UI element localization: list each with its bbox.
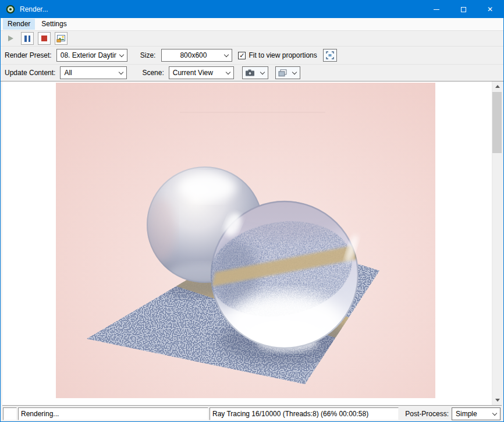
window-controls: ✕: [423, 1, 503, 18]
scroll-up-icon: [495, 85, 500, 88]
tab-render[interactable]: Render: [3, 19, 35, 30]
options-row-preset: Render Preset: 08. Exterior Daytin Size:…: [1, 47, 503, 64]
stop-button[interactable]: [38, 32, 51, 45]
app-icon: [6, 5, 15, 14]
status-cell-empty: [3, 407, 17, 420]
chevron-down-icon: [119, 53, 125, 58]
update-content-select[interactable]: All: [60, 66, 127, 79]
status-cell-progress: Ray Tracing 16/10000 (Threads:8) (66% 00…: [210, 407, 399, 420]
pause-icon: [24, 36, 30, 42]
close-icon: ✕: [487, 5, 493, 13]
scroll-down-button[interactable]: [492, 395, 502, 405]
save-render-button[interactable]: [55, 32, 68, 45]
post-process-select[interactable]: Simple: [452, 407, 501, 420]
camera-dropdown-button[interactable]: [242, 66, 268, 79]
render-preset-value: 08. Exterior Daytin: [61, 51, 116, 59]
size-select[interactable]: 800x600: [161, 49, 232, 62]
minimize-icon: [434, 9, 439, 10]
post-process-label: Post-Process:: [405, 410, 450, 418]
fit-view-button[interactable]: [323, 49, 337, 62]
fit-to-view-checkbox[interactable]: ✓ Fit to view proportions: [238, 51, 317, 59]
titlebar: Render... ✕: [1, 1, 503, 18]
tab-settings[interactable]: Settings: [37, 19, 71, 30]
save-render-icon: [56, 34, 66, 42]
size-value: 800x600: [165, 51, 221, 59]
maximize-button[interactable]: [450, 1, 477, 18]
post-process-value: Simple: [456, 410, 489, 418]
chevron-down-icon: [292, 70, 297, 76]
update-content-label: Update Content:: [5, 69, 55, 77]
scroll-up-button[interactable]: [492, 81, 502, 91]
status-cell-state: Rendering...: [18, 407, 208, 420]
vertical-scrollbar[interactable]: [492, 81, 502, 405]
fit-view-icon: [326, 51, 334, 59]
chevron-down-icon: [226, 70, 231, 76]
render-toolbar: [1, 30, 503, 47]
chevron-down-icon: [224, 53, 229, 58]
fit-to-view-label: Fit to view proportions: [249, 51, 317, 59]
options-row-content: Update Content: All Scene: Current View: [1, 64, 503, 81]
chevron-down-icon: [492, 412, 498, 417]
scene-select[interactable]: Current View: [169, 66, 234, 79]
scrollbar-thumb[interactable]: [492, 92, 502, 153]
rendered-scene: [2, 81, 492, 406]
size-label: Size:: [140, 51, 156, 59]
play-icon: [8, 36, 13, 41]
render-style-dropdown-button[interactable]: [275, 66, 300, 79]
chevron-down-icon: [119, 70, 124, 76]
tab-strip: Render Settings: [1, 18, 503, 30]
minimize-button[interactable]: [423, 1, 450, 18]
progress-text: Ray Tracing 16/10000 (Threads:8) (66% 00…: [212, 410, 368, 418]
render-preset-select[interactable]: 08. Exterior Daytin: [56, 49, 127, 62]
window-title: Render...: [20, 5, 48, 13]
render-preset-label: Render Preset:: [5, 51, 52, 59]
render-style-icon: [278, 69, 287, 77]
stop-icon: [41, 36, 47, 41]
play-button[interactable]: [4, 32, 17, 45]
chevron-down-icon: [260, 70, 265, 76]
scene-label: Scene:: [142, 69, 164, 77]
maximize-icon: [461, 7, 466, 12]
pause-button[interactable]: [21, 32, 34, 45]
render-dialog: Render... ✕ Render Settings Render Prese…: [0, 0, 504, 422]
render-viewport[interactable]: [2, 81, 502, 406]
status-text: Rendering...: [21, 410, 59, 418]
status-bar: Rendering... Ray Tracing 16/10000 (Threa…: [1, 406, 503, 422]
camera-icon: [245, 69, 255, 76]
update-content-value: All: [64, 69, 116, 77]
scroll-down-icon: [495, 399, 500, 402]
scene-value: Current View: [173, 69, 223, 77]
close-button[interactable]: ✕: [477, 1, 503, 18]
render-image: [56, 83, 435, 398]
checkbox-checked-icon: ✓: [238, 52, 246, 59]
